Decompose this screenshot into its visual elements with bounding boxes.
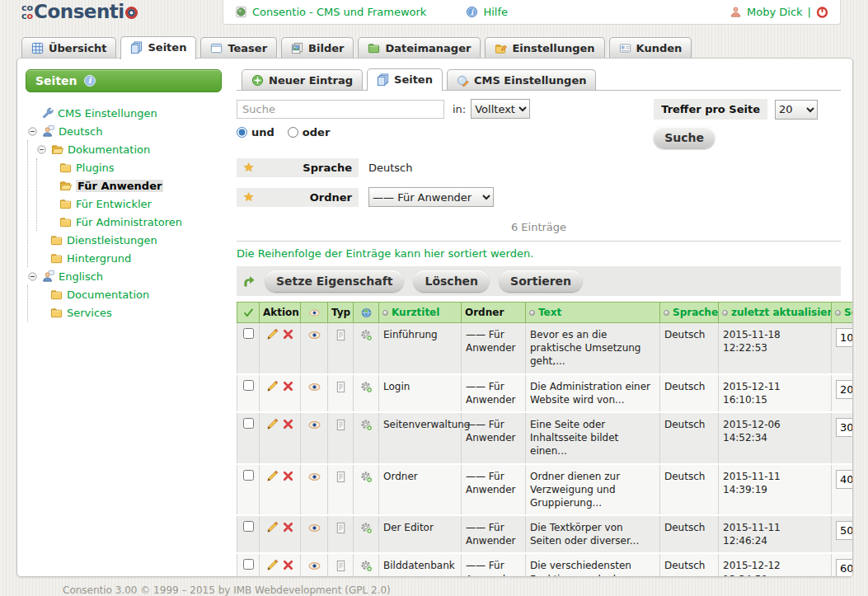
search-button[interactable]: Suche <box>654 127 715 148</box>
radio-und[interactable]: und <box>237 126 274 138</box>
logout-power-icon[interactable] <box>816 6 828 18</box>
tree-item-label: Dienstleistungen <box>67 234 157 246</box>
visibility-eye-icon[interactable] <box>308 560 321 572</box>
row-checkbox[interactable] <box>243 328 254 339</box>
edit-pencil-icon[interactable] <box>266 380 279 392</box>
consentio-logo[interactable]: coco Consenti <box>21 3 138 21</box>
per-page-select[interactable]: 20 <box>775 100 818 120</box>
oder-radio[interactable] <box>288 127 298 138</box>
tree-item-services[interactable]: Services <box>36 303 222 321</box>
redo-arrow-icon[interactable] <box>242 275 255 288</box>
tree-item-fuer-entwickler[interactable]: Für Entwickler <box>45 195 222 213</box>
properties-gear-icon[interactable] <box>360 329 373 341</box>
properties-gear-icon[interactable] <box>360 381 373 393</box>
row-text: Eine Seite oder Inhaltsseite bildet eine… <box>526 412 660 464</box>
row-checkbox[interactable] <box>243 418 254 429</box>
delete-x-icon[interactable] <box>282 380 294 392</box>
delete-x-icon[interactable] <box>282 418 294 430</box>
edit-pencil-icon[interactable] <box>266 328 279 340</box>
tab-dateimanager[interactable]: Dateimanager <box>358 37 481 58</box>
row-kurztitel[interactable]: Login <box>379 374 462 412</box>
tree-item-fuer-anwender[interactable]: Für Anwender <box>45 176 222 195</box>
subtab-seiten[interactable]: Seiten <box>367 68 443 91</box>
tab-bilder[interactable]: Bilder <box>281 37 354 58</box>
row-kurztitel[interactable]: Bilddatenbank <box>379 553 462 576</box>
set-property-button[interactable]: Setze Eigenschaft <box>265 270 403 292</box>
tree-item-englisch[interactable]: Englisch <box>27 267 222 285</box>
header-text[interactable]: Text <box>526 303 660 323</box>
row-kurztitel[interactable]: Der Editor <box>379 515 462 553</box>
delete-x-icon[interactable] <box>282 521 294 533</box>
help-link[interactable]: Hilfe <box>466 6 508 18</box>
sort-order-input[interactable] <box>836 418 852 437</box>
star-icon[interactable]: ★ <box>243 162 254 173</box>
tab-label: Bilder <box>308 42 344 54</box>
folder-open-icon <box>59 180 72 192</box>
tree-item-plugins[interactable]: Plugins <box>45 158 222 176</box>
row-checkbox[interactable] <box>243 559 254 570</box>
row-checkbox[interactable] <box>243 521 254 532</box>
collapse-toggle-icon[interactable] <box>27 271 38 282</box>
properties-gear-icon[interactable] <box>360 419 373 431</box>
row-kurztitel[interactable]: Einführung <box>379 323 462 374</box>
edit-pencil-icon[interactable] <box>266 470 279 482</box>
delete-x-icon[interactable] <box>282 470 294 482</box>
row-checkbox[interactable] <box>243 380 254 391</box>
visibility-eye-icon[interactable] <box>308 329 321 341</box>
sort-order-input[interactable] <box>836 521 852 540</box>
sort-button[interactable]: Sortieren <box>500 270 582 292</box>
tree-item-documentation[interactable]: Documentation <box>36 285 222 303</box>
tree-item-dokumentation[interactable]: Dokumentation <box>36 140 222 158</box>
ordner-select[interactable]: —— Für Anwender <box>368 187 494 207</box>
tree-item-fuer-administratoren[interactable]: Für Administratoren <box>45 213 222 231</box>
tab-seiten[interactable]: Seiten <box>120 36 196 59</box>
star-icon[interactable]: ★ <box>243 192 254 203</box>
subtab-neuer-eintrag[interactable]: Neuer Eintrag <box>242 69 363 90</box>
row-checkbox[interactable] <box>243 470 254 481</box>
row-kurztitel[interactable]: Ordner <box>379 464 462 516</box>
visibility-eye-icon[interactable] <box>308 419 321 431</box>
tab-uebersicht[interactable]: Übersicht <box>21 37 116 58</box>
tab-einstellungen[interactable]: Einstellungen <box>485 37 604 58</box>
radio-oder[interactable]: oder <box>288 126 330 138</box>
tab-kunden[interactable]: Kunden <box>609 37 692 58</box>
sort-order-input[interactable] <box>836 380 852 399</box>
collapse-toggle-icon[interactable] <box>27 126 38 137</box>
header-kurztitel[interactable]: Kurztitel <box>379 303 462 323</box>
properties-gear-icon[interactable] <box>360 522 373 534</box>
header-sprache[interactable]: Sprache <box>660 303 719 323</box>
sort-order-input[interactable] <box>836 559 852 576</box>
sort-order-input[interactable] <box>836 328 852 347</box>
sort-order-input[interactable] <box>836 470 852 489</box>
sidebar-info-icon[interactable]: i <box>84 75 96 87</box>
properties-gear-icon[interactable] <box>360 560 373 572</box>
subtab-cms-einstellungen[interactable]: CMS Einstellungen <box>447 69 597 90</box>
search-in-select[interactable]: Volltext <box>471 99 530 119</box>
edit-pencil-icon[interactable] <box>266 559 279 571</box>
user-name[interactable]: Moby Dick <box>747 6 803 18</box>
tree-item-hintergrund[interactable]: Hintergrund <box>36 249 222 267</box>
tab-teaser[interactable]: Teaser <box>200 37 277 58</box>
tree-item-cms-einstellungen[interactable]: CMS Einstellungen <box>27 104 222 122</box>
tree-item-deutsch[interactable]: Deutsch <box>27 122 222 140</box>
select-all-check-icon[interactable] <box>243 307 254 318</box>
topbar: coco Consenti Consentio - CMS und Framew… <box>0 0 868 25</box>
row-kurztitel[interactable]: Seitenverwaltung <box>379 412 462 464</box>
delete-x-icon[interactable] <box>282 559 294 571</box>
header-aktualisiert[interactable]: zuletzt aktualisiert <box>719 303 832 323</box>
row-updated: 2015-11-11 14:39:19 <box>719 464 832 516</box>
collapse-toggle-icon[interactable] <box>36 144 47 155</box>
properties-gear-icon[interactable] <box>360 471 373 483</box>
header-sort[interactable]: Sort. <box>832 303 853 323</box>
und-radio[interactable] <box>237 127 247 138</box>
visibility-eye-icon[interactable] <box>308 381 321 393</box>
search-input[interactable] <box>237 100 444 119</box>
delete-x-icon[interactable] <box>282 328 294 340</box>
visibility-eye-icon[interactable] <box>308 471 321 483</box>
tree-item-dienstleistungen[interactable]: Dienstleistungen <box>36 231 222 249</box>
edit-pencil-icon[interactable] <box>266 418 279 430</box>
sidebar-header: Seiten i <box>26 69 222 92</box>
visibility-eye-icon[interactable] <box>308 522 321 534</box>
edit-pencil-icon[interactable] <box>266 521 279 533</box>
delete-button[interactable]: Löschen <box>414 270 489 292</box>
